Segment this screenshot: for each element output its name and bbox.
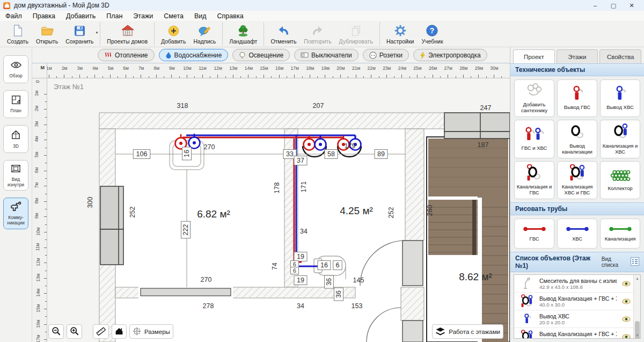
tech-sewer-ring[interactable]: Вывод канализации bbox=[557, 120, 597, 158]
svg-text:16: 16 bbox=[320, 261, 328, 269]
scroll-down-icon[interactable]: ▼ bbox=[634, 332, 641, 338]
minimize-button[interactable]: – bbox=[586, 0, 604, 11]
sewer-red-blue-icon bbox=[568, 164, 587, 183]
tech-plumbing-add[interactable]: Добавить сантехнику bbox=[514, 79, 554, 117]
tech-sewer-blue[interactable]: Канализация и ХВС bbox=[600, 120, 640, 158]
menu-вид[interactable]: Вид bbox=[189, 12, 212, 20]
title-bar: дом двухэтажный - Мой Дом 3D – ▢ ✕ bbox=[0, 0, 644, 11]
scroll-up-icon[interactable]: ▲ bbox=[634, 275, 641, 281]
tech-tap-blue[interactable]: Вывод ХВС bbox=[600, 79, 640, 117]
toolbar-note-pencil[interactable]: Надпись bbox=[189, 21, 219, 46]
floors-button[interactable]: Работа с этажами bbox=[432, 324, 503, 339]
home-button[interactable] bbox=[112, 324, 127, 339]
menu-файл[interactable]: Файл bbox=[0, 12, 27, 20]
object-row[interactable]: Вывод ХВС20.0 x 20.0 bbox=[514, 310, 633, 328]
sidebar-eye[interactable]: Обзор bbox=[3, 55, 28, 83]
draw-pipe-канализация[interactable]: Канализация bbox=[600, 219, 640, 249]
mode-tab-socket[interactable]: Розетки bbox=[363, 49, 409, 61]
svg-text:153: 153 bbox=[352, 302, 363, 310]
visibility-eye-icon[interactable] bbox=[620, 299, 632, 304]
radiator[interactable] bbox=[141, 288, 231, 296]
menu-смета[interactable]: Смета bbox=[158, 12, 189, 20]
draw-pipe-гвс[interactable]: ГВС bbox=[514, 219, 554, 249]
menu-добавить[interactable]: Добавить bbox=[61, 12, 101, 20]
toolbar-landscape-tree[interactable]: Ландшафт bbox=[225, 21, 261, 46]
object-list-header: Список объектов (Этаж №1) Вид списка bbox=[510, 252, 644, 272]
sidebar-house-3d[interactable]: 3D bbox=[3, 125, 28, 153]
svg-text:33: 33 bbox=[286, 150, 294, 158]
zoom-out-button[interactable] bbox=[48, 324, 64, 339]
note-pencil-icon bbox=[198, 23, 211, 37]
toolbar-label: Настройки bbox=[386, 38, 414, 45]
toolbar-help-question[interactable]: ?Учебник bbox=[418, 21, 447, 46]
tech-sewer-red[interactable]: Канализация и ГВС bbox=[514, 161, 554, 200]
sewer-red-icon bbox=[525, 164, 544, 183]
close-button[interactable]: ✕ bbox=[623, 0, 641, 11]
object-list-scrollbar[interactable]: ▲ ▼ bbox=[633, 275, 640, 338]
sidebar-interior-view[interactable]: Вид изнутри bbox=[3, 160, 28, 191]
sidebar-faucet[interactable]: Комму-никации bbox=[3, 198, 28, 229]
zoom-out-icon bbox=[52, 326, 61, 337]
menu-bar: ФайлПравкаДобавитьПланЭтажиСметаВидСправ… bbox=[0, 11, 644, 21]
panel-tab-этажи[interactable]: Этажи bbox=[557, 49, 598, 63]
mode-tab-bulb[interactable]: Освещение bbox=[232, 49, 290, 61]
toolbar-open-folder[interactable]: Открыть bbox=[32, 21, 62, 46]
menu-справка[interactable]: Справка bbox=[212, 12, 249, 20]
list-view-label: Вид списка bbox=[602, 256, 628, 268]
save-dropdown-icon[interactable]: ▼ bbox=[95, 31, 98, 34]
sewer-red-blue-icon bbox=[518, 293, 536, 310]
wardrobe[interactable] bbox=[444, 113, 510, 139]
menu-правка[interactable]: Правка bbox=[27, 12, 61, 20]
draw-pipes-header: Рисовать трубы bbox=[510, 202, 644, 215]
svg-text:89: 89 bbox=[377, 150, 385, 158]
new-file-icon bbox=[11, 23, 24, 37]
svg-text:19: 19 bbox=[297, 276, 304, 284]
visibility-eye-icon[interactable] bbox=[620, 316, 632, 322]
zoom-in-icon bbox=[70, 326, 79, 337]
panel-tab-проект[interactable]: Проект bbox=[513, 49, 555, 63]
sidebar-plan[interactable]: План bbox=[3, 90, 28, 118]
mode-tab-heating[interactable]: Отопление bbox=[98, 49, 155, 61]
tech-tap-red-blue[interactable]: ГВС и ХВС bbox=[514, 120, 554, 158]
open-folder-icon bbox=[41, 23, 54, 37]
tap-red-blue-icon bbox=[524, 126, 545, 144]
toolbar-undo-arrow[interactable]: Отменить bbox=[267, 21, 300, 46]
measure-button[interactable] bbox=[93, 324, 109, 339]
sizes-button[interactable]: Размеры bbox=[129, 324, 173, 339]
toolbar-settings-gear[interactable]: Настройки bbox=[383, 21, 418, 46]
mode-tab-water-drop[interactable]: Водоснабжение bbox=[159, 49, 229, 61]
tech-collector[interactable]: Коллектор bbox=[600, 161, 640, 200]
staircase[interactable] bbox=[427, 137, 510, 342]
menu-план[interactable]: План bbox=[101, 12, 128, 20]
layers-icon bbox=[435, 327, 445, 337]
canvas-tools: Размеры bbox=[48, 324, 173, 339]
mode-tab-switch[interactable]: Выключатели bbox=[294, 49, 358, 61]
draw-pipe-хвс[interactable]: ХВС bbox=[557, 219, 597, 249]
visibility-eye-icon[interactable] bbox=[620, 334, 632, 338]
duplicate-pages-icon bbox=[350, 23, 362, 37]
object-row[interactable]: Вывод Канализация + ГВС + ХВС40.0 x 30.0 bbox=[514, 293, 633, 310]
panel-tab-свойства[interactable]: Свойства bbox=[599, 49, 641, 63]
toolbar-label: Создать bbox=[7, 38, 28, 45]
zoom-in-button[interactable] bbox=[67, 324, 82, 339]
object-row[interactable]: Вывод Канализация + ГВС + ХВС40.0 x 30.0 bbox=[514, 328, 633, 338]
floor-plan[interactable]: 3182072472701791063337588916178171300252… bbox=[47, 78, 510, 342]
mixer-icon bbox=[518, 276, 536, 290]
toolbar-add-plus[interactable]: Добавить bbox=[157, 21, 189, 46]
cabinet[interactable] bbox=[100, 186, 123, 265]
list-view-button[interactable] bbox=[631, 257, 639, 267]
toolbar-house-projects[interactable]: Проекты домов bbox=[103, 21, 151, 46]
visibility-eye-icon[interactable] bbox=[620, 281, 632, 287]
toolbar-save-floppy[interactable]: ▼Сохранить bbox=[62, 21, 97, 46]
mode-tab-lightning[interactable]: Электропроводка bbox=[413, 49, 487, 61]
plan-canvas[interactable]: М 1м2м3м4м5м6м7м8м9м10м11м12м13м14м15м16… bbox=[32, 63, 510, 342]
pipe-line-icon bbox=[565, 225, 590, 235]
svg-text:247: 247 bbox=[480, 104, 492, 112]
maximize-button[interactable]: ▢ bbox=[604, 0, 623, 11]
toolbar-new-file[interactable]: Создать bbox=[3, 21, 32, 46]
tap-blue-icon bbox=[614, 85, 626, 103]
menu-этажи[interactable]: Этажи bbox=[128, 12, 158, 20]
object-row[interactable]: Смеситель для ванны с изливом42.9 x 43.0… bbox=[514, 275, 633, 293]
tech-sewer-red-blue[interactable]: Канализация ХВС и ГВС bbox=[557, 161, 597, 200]
tech-tap-red[interactable]: Вывод ГВС bbox=[557, 79, 597, 117]
